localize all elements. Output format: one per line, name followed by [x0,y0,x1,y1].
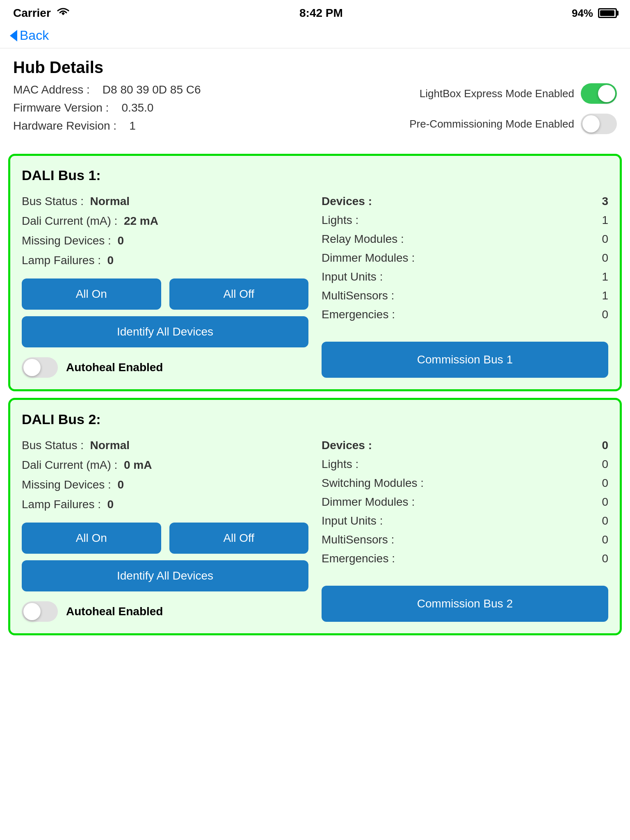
bus2-missing-value: 0 [117,478,124,491]
firmware-value: 0.35.0 [122,101,154,114]
bus1-identify-button[interactable]: Identify All Devices [22,316,308,347]
dali-bus2-card: DALI Bus 2: Bus Status : Normal Dali Cur… [8,398,622,635]
chevron-left-icon [10,30,17,41]
bus2-dimmer-value: 0 [602,495,608,509]
bus1-right-inner: Devices : 3 Lights : 1 Relay Modules : 0… [322,195,608,378]
bus2-autoheal-row: Autoheal Enabled [22,601,308,622]
nav-bar: Back [0,25,630,48]
bus1-lights-value: 1 [602,214,608,227]
battery-percentage: 94% [572,7,593,20]
bus1-title: DALI Bus 1: [22,167,608,183]
bus2-multi: MultiSensors : 0 [322,533,608,546]
bus2-all-off-button[interactable]: All Off [169,523,309,554]
bus2-commission-button[interactable]: Commission Bus 2 [322,586,608,622]
bus2-btn-row: All On All Off [22,523,308,554]
bus2-right: Devices : 0 Lights : 0 Switching Modules… [322,439,608,622]
bus1-dimmer-value: 0 [602,251,608,265]
bus1-autoheal-knob [23,359,41,376]
bus1-emergencies: Emergencies : 0 [322,308,608,321]
hardware-value: 1 [129,119,136,132]
bus1-autoheal-label: Autoheal Enabled [66,361,163,374]
bus1-lights: Lights : 1 [322,214,608,227]
bus2-missing: Missing Devices : 0 [22,478,308,491]
mac-label: MAC Address : [13,83,90,96]
bus2-lamp: Lamp Failures : 0 [22,498,308,511]
bus2-switching-value: 0 [602,477,608,490]
bus2-emergencies-value: 0 [602,552,608,565]
page-title: Hub Details [0,48,630,83]
hub-info: MAC Address : D8 80 39 0D 85 C6 Firmware… [0,83,630,147]
bus2-autoheal-knob [23,603,41,620]
bus2-current-value: 0 mA [124,459,152,471]
hub-info-left: MAC Address : D8 80 39 0D 85 C6 Firmware… [13,83,307,137]
status-bar-right: 94% [572,7,617,20]
bus2-lights-value: 0 [602,458,608,471]
bus1-all-on-button[interactable]: All On [22,278,161,310]
firmware-label: Firmware Version : [13,101,109,114]
bus2-current: Dali Current (mA) : 0 mA [22,459,308,472]
bus2-all-on-button[interactable]: All On [22,523,161,554]
status-time: 8:42 PM [299,7,343,20]
bus1-relay: Relay Modules : 0 [322,233,608,246]
back-label: Back [20,28,49,43]
bus2-body: Bus Status : Normal Dali Current (mA) : … [22,439,608,622]
bus2-dimmer: Dimmer Modules : 0 [322,495,608,509]
status-bar-left: Carrier [13,6,71,21]
lightbox-toggle[interactable] [581,83,617,104]
bus1-relay-value: 0 [602,233,608,246]
bus1-multi-value: 1 [602,289,608,302]
bus1-btn-row: All On All Off [22,278,308,310]
dali-bus1-card: DALI Bus 1: Bus Status : Normal Dali Cur… [8,154,622,391]
precomm-label: Pre-Commissioning Mode Enabled [409,118,574,130]
mac-field: MAC Address : D8 80 39 0D 85 C6 [13,83,307,96]
hardware-field: Hardware Revision : 1 [13,119,307,132]
bus2-multi-value: 0 [602,533,608,546]
bus2-right-inner: Devices : 0 Lights : 0 Switching Modules… [322,439,608,622]
bus1-commission-button[interactable]: Commission Bus 1 [322,342,608,378]
precomm-toggle-row: Pre-Commissioning Mode Enabled [323,114,617,134]
bus1-lamp: Lamp Failures : 0 [22,254,308,267]
toggle-knob [598,85,615,102]
hub-info-right: LightBox Express Mode Enabled Pre-Commis… [323,83,617,137]
bus2-switching: Switching Modules : 0 [322,477,608,490]
bus2-devices-section: Devices : 0 Lights : 0 Switching Modules… [322,439,608,586]
bus1-autoheal-toggle[interactable] [22,357,58,378]
bus2-status-value: Normal [90,439,130,452]
bus1-status-value: Normal [90,195,130,208]
toggle-knob-2 [582,115,600,132]
bus2-devices-value: 0 [602,439,608,452]
bus1-emergencies-value: 0 [602,308,608,321]
bus1-all-off-button[interactable]: All Off [169,278,309,310]
precomm-toggle[interactable] [581,114,617,134]
lightbox-label: LightBox Express Mode Enabled [420,87,574,100]
wifi-icon [56,6,71,21]
bus2-title: DALI Bus 2: [22,411,608,427]
back-button[interactable]: Back [10,28,49,43]
hardware-label: Hardware Revision : [13,119,116,132]
bus2-autoheal-toggle[interactable] [22,601,58,622]
bus1-body: Bus Status : Normal Dali Current (mA) : … [22,195,608,378]
firmware-field: Firmware Version : 0.35.0 [13,101,307,114]
bus1-devices-value: 3 [602,195,608,208]
carrier-text: Carrier [13,7,51,20]
bus1-right: Devices : 3 Lights : 1 Relay Modules : 0… [322,195,608,378]
bus1-multi: MultiSensors : 1 [322,289,608,302]
bus1-current: Dali Current (mA) : 22 mA [22,215,308,228]
bus2-input-value: 0 [602,514,608,527]
bus1-current-value: 22 mA [124,215,158,227]
bus1-dimmer: Dimmer Modules : 0 [322,251,608,265]
bus1-missing-value: 0 [117,234,124,247]
bus2-input: Input Units : 0 [322,514,608,527]
bus1-input: Input Units : 1 [322,270,608,283]
bus1-lamp-value: 0 [107,254,114,267]
bus2-left: Bus Status : Normal Dali Current (mA) : … [22,439,308,622]
bus2-identify-button[interactable]: Identify All Devices [22,560,308,591]
bus2-lights: Lights : 0 [322,458,608,471]
bus2-emergencies: Emergencies : 0 [322,552,608,565]
bus1-missing: Missing Devices : 0 [22,234,308,247]
bus2-devices-total: Devices : 0 [322,439,608,452]
bus1-left: Bus Status : Normal Dali Current (mA) : … [22,195,308,378]
bus1-input-value: 1 [602,270,608,283]
status-bar: Carrier 8:42 PM 94% [0,0,630,25]
mac-value: D8 80 39 0D 85 C6 [103,83,201,96]
